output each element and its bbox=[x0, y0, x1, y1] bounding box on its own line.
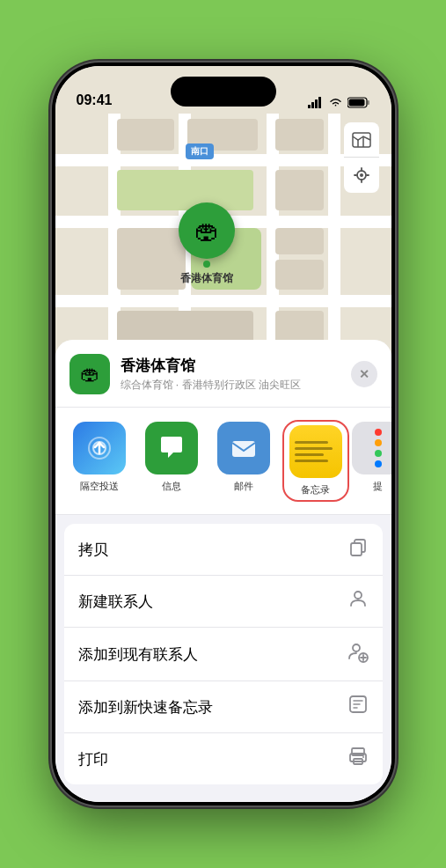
action-copy[interactable]: 拷贝 bbox=[64, 524, 383, 576]
location-info: 香港体育馆 综合体育馆 · 香港特别行政区 油尖旺区 bbox=[121, 356, 340, 393]
share-row: 隔空投送 信息 bbox=[55, 408, 391, 515]
action-print-label: 打印 bbox=[78, 749, 108, 769]
share-messages[interactable]: 信息 bbox=[140, 422, 203, 500]
print-icon bbox=[347, 746, 369, 772]
more-label: 提 bbox=[373, 480, 383, 493]
location-header: 🏟 香港体育馆 综合体育馆 · 香港特别行政区 油尖旺区 ✕ bbox=[55, 340, 391, 408]
close-button[interactable]: ✕ bbox=[351, 361, 377, 387]
phone-screen: 09:41 bbox=[55, 66, 391, 802]
share-more[interactable]: 提 bbox=[356, 422, 391, 500]
phone-frame: 09:41 bbox=[52, 63, 395, 805]
location-button[interactable] bbox=[344, 158, 379, 193]
svg-rect-5 bbox=[367, 100, 369, 105]
notes-label: 备忘录 bbox=[301, 483, 330, 497]
svg-point-15 bbox=[355, 592, 362, 599]
map-type-button[interactable] bbox=[344, 122, 379, 158]
svg-rect-12 bbox=[232, 441, 255, 457]
pin-label: 香港体育馆 bbox=[180, 271, 233, 286]
mail-label: 邮件 bbox=[234, 480, 253, 493]
svg-rect-14 bbox=[351, 543, 362, 555]
copy-icon bbox=[347, 536, 369, 563]
messages-label: 信息 bbox=[162, 480, 181, 493]
messages-icon bbox=[145, 422, 198, 474]
mail-icon bbox=[217, 422, 270, 474]
more-icon bbox=[352, 422, 391, 474]
status-time: 09:41 bbox=[77, 92, 113, 108]
action-new-contact-label: 新建联系人 bbox=[78, 592, 153, 612]
bottom-sheet: 🏟 香港体育馆 综合体育馆 · 香港特别行政区 油尖旺区 ✕ bbox=[55, 340, 391, 802]
svg-rect-2 bbox=[315, 99, 318, 108]
action-quick-note-label: 添加到新快速备忘录 bbox=[78, 697, 213, 717]
svg-point-9 bbox=[360, 173, 363, 177]
svg-rect-0 bbox=[308, 105, 311, 108]
action-list: 拷贝 新建联系人 bbox=[64, 524, 383, 784]
new-contact-icon bbox=[347, 588, 369, 614]
stadium-pin: 🏟 香港体育馆 bbox=[179, 202, 235, 286]
status-icons bbox=[308, 97, 370, 108]
location-header-icon: 🏟 bbox=[69, 354, 110, 394]
location-subtitle: 综合体育馆 · 香港特别行政区 油尖旺区 bbox=[121, 378, 340, 393]
map-controls bbox=[344, 122, 379, 193]
wifi-icon bbox=[328, 97, 343, 108]
svg-rect-6 bbox=[348, 99, 364, 107]
action-print[interactable]: 打印 bbox=[64, 733, 383, 784]
svg-rect-7 bbox=[353, 133, 370, 147]
airdrop-label: 隔空投送 bbox=[80, 480, 119, 493]
svg-point-22 bbox=[362, 756, 364, 758]
svg-rect-3 bbox=[318, 97, 321, 108]
share-mail[interactable]: 邮件 bbox=[212, 422, 275, 500]
action-quick-note[interactable]: 添加到新快速备忘录 bbox=[64, 681, 383, 733]
action-add-existing-label: 添加到现有联系人 bbox=[78, 644, 198, 665]
add-existing-icon bbox=[346, 640, 369, 668]
signal-icon bbox=[308, 97, 324, 108]
share-notes[interactable]: 备忘录 bbox=[284, 422, 347, 500]
svg-point-16 bbox=[353, 644, 360, 651]
dynamic-island bbox=[171, 77, 276, 107]
notes-icon bbox=[289, 425, 342, 478]
action-copy-label: 拷贝 bbox=[78, 540, 108, 560]
battery-icon bbox=[347, 97, 370, 108]
pin-icon: 🏟 bbox=[179, 202, 235, 259]
action-add-existing[interactable]: 添加到现有联系人 bbox=[64, 628, 383, 681]
map-south-entrance-tag: 南口 bbox=[186, 143, 214, 159]
pin-dot bbox=[203, 261, 210, 268]
svg-rect-1 bbox=[311, 102, 314, 108]
share-airdrop[interactable]: 隔空投送 bbox=[68, 422, 131, 500]
location-name: 香港体育馆 bbox=[121, 356, 340, 376]
action-new-contact[interactable]: 新建联系人 bbox=[64, 576, 383, 628]
quick-note-icon bbox=[347, 694, 369, 720]
airdrop-icon bbox=[73, 422, 126, 474]
